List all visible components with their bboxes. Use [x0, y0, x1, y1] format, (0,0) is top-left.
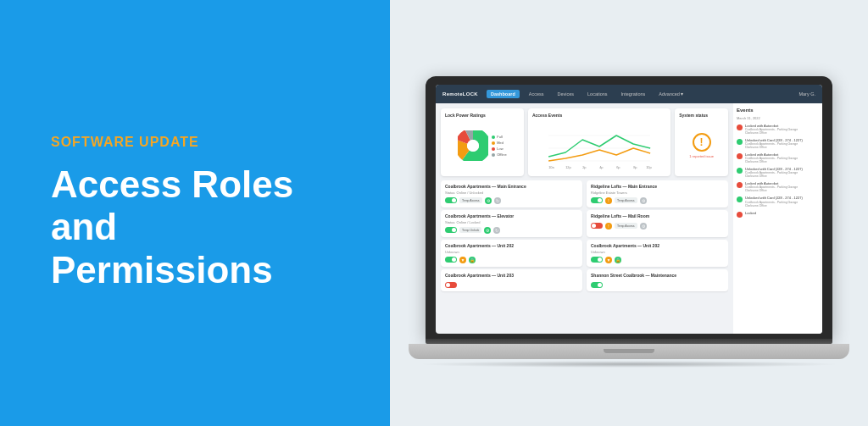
settings-icon[interactable]: ⚙: [640, 223, 647, 230]
access-events-chart: 10a 12p 2p 4p 6p 8p 10p: [532, 123, 666, 169]
event-item: Unlocked with Card (228 - 274 - 1227) Co…: [737, 196, 819, 207]
event-locked-icon: [737, 212, 743, 218]
event-item: Unlocked with Card (228 - 274 - 1227) Co…: [737, 167, 819, 178]
laptop-shadow: [417, 361, 841, 368]
toggle-on[interactable]: [445, 197, 457, 203]
nav-tab-locations[interactable]: Locations: [583, 90, 612, 98]
lock-icon: 🔒: [615, 257, 621, 263]
refresh-icon[interactable]: ↻: [494, 197, 501, 204]
nav-tab-advanced[interactable]: Advanced ▾: [654, 90, 687, 98]
lock-power-title: Lock Power Ratings: [445, 113, 520, 118]
settings-icon[interactable]: ⚙: [484, 227, 491, 234]
temp-access-btn[interactable]: Temp Access: [459, 197, 482, 203]
toggle-on[interactable]: [445, 257, 457, 263]
nav-tab-devices[interactable]: Devices: [553, 90, 578, 98]
lock-power-widget: Lock Power Ratings: [441, 108, 524, 176]
access-events-content: 10a 12p 2p 4p 6p 8p 10p: [532, 120, 666, 172]
lock-icon: 🔒: [469, 257, 476, 263]
access-events-widget: Access Events: [528, 108, 670, 176]
device-rows: Coalbrook Apartments — Main Entrance Sta…: [441, 180, 728, 329]
dashboard-content: Lock Power Ratings: [436, 103, 822, 334]
svg-point-4: [467, 140, 479, 152]
pie-legend: Full Med Low Offline: [492, 135, 507, 157]
events-title: Events: [737, 108, 819, 113]
events-date: March 31, 2022: [737, 116, 819, 120]
laptop-wrapper: RemoteLOCK Dashboard Access Devices Loca…: [421, 76, 837, 368]
pie-chart: [458, 130, 488, 161]
device-card: Shannon Street Coalbrook — Maintenance: [587, 269, 728, 291]
event-item: Locked with Autorobot Coalbrook Apartmen…: [737, 124, 819, 135]
lock-power-content: Full Med Low Offline: [445, 120, 520, 172]
nav-tab-access[interactable]: Access: [525, 90, 548, 98]
svg-text:4p: 4p: [599, 165, 604, 169]
event-unlocked-icon: [737, 168, 743, 174]
right-panel: RemoteLOCK Dashboard Access Devices Loca…: [390, 0, 868, 426]
svg-text:6p: 6p: [616, 165, 620, 169]
event-item: Unlocked with Card (228 - 274 - 1227) Co…: [737, 138, 819, 149]
status-text: 1 reported issue: [689, 154, 714, 158]
device-row-3: Coalbrook Apartments — Unit 202 Unknown …: [441, 240, 728, 267]
event-locked-icon: [737, 124, 743, 130]
event-item: Locked with Autorobot Coalbrook Apartmen…: [737, 152, 819, 163]
device-card: Coalbrook Apartments — Unit 203: [441, 269, 582, 291]
laptop-base: [409, 344, 849, 359]
nav-logo: RemoteLOCK: [442, 91, 478, 97]
refresh-icon[interactable]: ↻: [493, 227, 500, 234]
device-card: Coalbrook Apartments — Elevator Status: …: [441, 210, 582, 237]
device-card: Coalbrook Apartments — Unit 202 Unknown …: [441, 240, 582, 267]
nav-tab-dashboard[interactable]: Dashboard: [487, 90, 520, 98]
system-status-title: System status: [679, 113, 724, 118]
temp-access-btn[interactable]: Temp Access: [615, 197, 637, 203]
toggle-on[interactable]: [591, 197, 603, 203]
event-unlocked-icon: [737, 196, 743, 202]
navbar: RemoteLOCK Dashboard Access Devices Loca…: [436, 85, 822, 103]
svg-text:10p: 10p: [646, 165, 652, 169]
widgets-row: Lock Power Ratings: [441, 108, 728, 176]
temp-unlock-btn[interactable]: Temp Unlock: [459, 227, 481, 233]
toggle-on[interactable]: [445, 227, 457, 233]
settings-icon[interactable]: ⚙: [485, 197, 492, 204]
device-row-4: Coalbrook Apartments — Unit 203 Shannon …: [441, 269, 728, 291]
device-card: Ridgeline Lofts — Mail Room ! Temp Acces…: [587, 210, 728, 237]
status-warning-icon: !: [693, 133, 711, 152]
device-card: Coalbrook Apartments — Unit 202 Unknown …: [587, 240, 728, 267]
left-panel: SOFTWARE UPDATE Access Roles and Permiss…: [0, 0, 390, 426]
laptop-notch: [604, 349, 654, 353]
event-unlocked-icon: [737, 139, 743, 145]
event-item: Locked with Autorobot Coalbrook Apartmen…: [737, 181, 819, 192]
warning-icon: !: [605, 197, 612, 204]
warning-icon: !: [605, 223, 612, 230]
battery-low-icon: ▼: [605, 257, 612, 263]
temp-access-btn[interactable]: Temp Access: [615, 223, 637, 229]
laptop-screen-bezel: RemoteLOCK Dashboard Access Devices Loca…: [426, 76, 832, 339]
software-update-label: SOFTWARE UPDATE: [51, 135, 339, 150]
toggle-on[interactable]: [591, 282, 603, 288]
settings-icon[interactable]: ⚙: [640, 197, 647, 204]
device-card: Coalbrook Apartments — Main Entrance Sta…: [441, 180, 582, 207]
event-locked-icon: [737, 153, 743, 159]
laptop-screen: RemoteLOCK Dashboard Access Devices Loca…: [436, 85, 822, 334]
device-card: Ridgeline Lofts — Main Entrance Ridgelin…: [587, 180, 728, 207]
nav-user[interactable]: Mary G.: [798, 91, 815, 97]
svg-text:12p: 12p: [565, 165, 571, 169]
event-item: Locked: [737, 211, 819, 218]
device-row-1: Coalbrook Apartments — Main Entrance Sta…: [441, 180, 728, 207]
main-area: Lock Power Ratings: [436, 103, 733, 334]
pie-chart-area: Full Med Low Offline: [458, 130, 507, 161]
svg-text:2p: 2p: [582, 165, 587, 169]
battery-low-icon: ▼: [459, 257, 466, 263]
events-sidebar: Events March 31, 2022 Locked with Autoro…: [733, 103, 822, 334]
access-events-title: Access Events: [532, 113, 666, 118]
event-locked-icon: [737, 182, 743, 188]
system-status-widget: System status ! 1 reported issue: [675, 108, 728, 176]
svg-text:10a: 10a: [548, 165, 554, 169]
toggle-off[interactable]: [445, 282, 457, 288]
svg-text:8p: 8p: [633, 165, 637, 169]
system-status-content: ! 1 reported issue: [679, 120, 724, 172]
main-heading: Access Roles and Permissions: [51, 163, 339, 292]
device-row-2: Coalbrook Apartments — Elevator Status: …: [441, 210, 728, 237]
toggle-on[interactable]: [591, 257, 603, 263]
toggle-off[interactable]: [591, 223, 603, 229]
nav-tab-integrations[interactable]: Integrations: [617, 90, 650, 98]
laptop-hinge: [426, 339, 832, 344]
